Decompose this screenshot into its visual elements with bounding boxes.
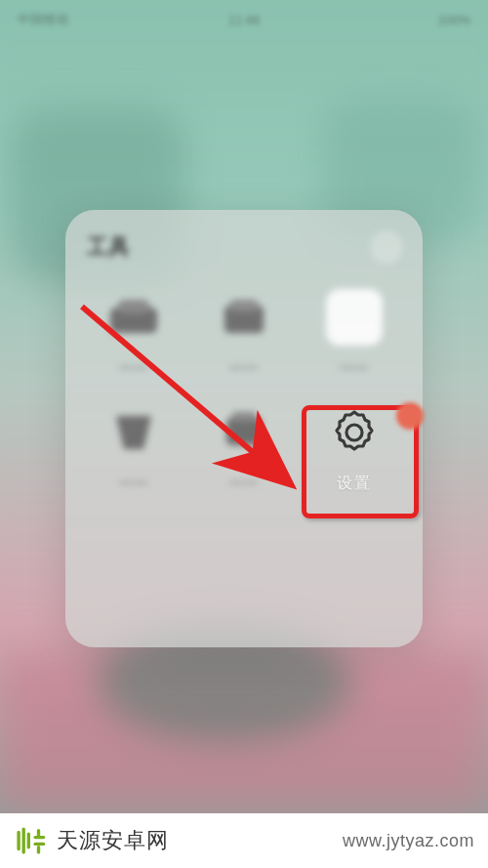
svg-rect-13 xyxy=(37,829,40,838)
svg-rect-10 xyxy=(27,833,30,849)
svg-rect-8 xyxy=(17,831,20,850)
battery-label: 100% xyxy=(438,13,470,27)
svg-rect-3 xyxy=(230,300,258,311)
generic-icon xyxy=(213,401,275,464)
svg-point-6 xyxy=(346,425,362,440)
generic-icon xyxy=(102,401,165,464)
rounded-app-icon xyxy=(323,286,386,349)
svg-rect-12 xyxy=(33,843,45,846)
folder-grid: —— —— —— —— —— xyxy=(65,267,423,532)
app-item[interactable]: —— xyxy=(189,284,300,399)
svg-rect-1 xyxy=(118,300,149,313)
folder-header: 工具 xyxy=(65,210,423,267)
carrier-label: 中国移动 xyxy=(18,11,68,28)
site-url: www.jytyaz.com xyxy=(343,831,474,851)
app-label: —— xyxy=(119,474,148,489)
svg-rect-14 xyxy=(37,846,40,854)
app-label-settings: 设置 xyxy=(337,474,372,494)
generic-icon xyxy=(213,286,275,349)
app-item[interactable]: —— xyxy=(189,399,300,515)
app-label: —— xyxy=(119,358,148,374)
site-name: 天源安卓网 xyxy=(57,826,169,855)
folder-panel[interactable]: 工具 —— —— —— —— xyxy=(65,210,423,647)
gear-icon xyxy=(323,401,386,464)
watermark-bar: 天源安卓网 www.jytyaz.com xyxy=(0,813,488,868)
site-logo-icon xyxy=(14,824,47,857)
app-label: —— xyxy=(229,358,259,374)
svg-rect-4 xyxy=(226,418,262,445)
generic-icon xyxy=(102,286,165,349)
svg-rect-9 xyxy=(22,827,25,853)
app-item[interactable]: —— xyxy=(79,284,189,399)
clock: 11:48 xyxy=(228,13,261,27)
app-item[interactable]: —— xyxy=(299,284,409,399)
app-label: —— xyxy=(340,358,369,374)
app-item[interactable]: —— xyxy=(79,399,189,515)
folder-menu-button[interactable] xyxy=(370,230,403,264)
app-item-settings[interactable]: 设置 xyxy=(299,399,409,515)
app-label: —— xyxy=(229,474,259,489)
folder-title: 工具 xyxy=(87,232,130,262)
svg-rect-5 xyxy=(232,412,256,422)
status-bar: 中国移动 11:48 100% xyxy=(0,0,488,39)
